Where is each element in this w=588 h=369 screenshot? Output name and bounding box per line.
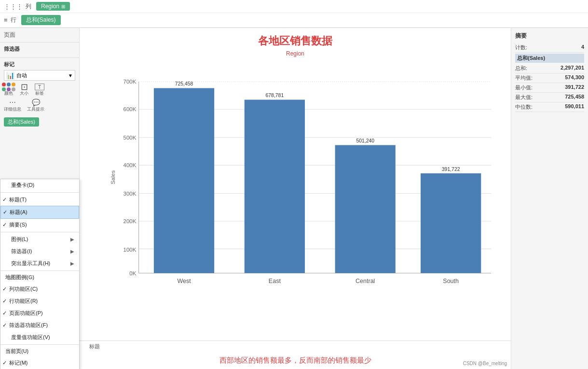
size-icon: ⊡ bbox=[19, 84, 29, 90]
bar-central[interactable] bbox=[335, 145, 396, 273]
detail-icon: ⋯ bbox=[9, 99, 16, 106]
ctx-highlight[interactable]: 突出显示工具(H) ▶ bbox=[0, 257, 79, 270]
min-key: 最小值: bbox=[515, 84, 533, 91]
ctx-current-page-title: 当前页(U) bbox=[0, 346, 79, 357]
chart-svg-container: 700K 600K 500K 400K 300K 200K 100K 0K Sa… bbox=[80, 59, 511, 341]
svg-text:725,458: 725,458 bbox=[175, 81, 193, 86]
color-label: 颜色 bbox=[4, 90, 13, 97]
chart-caption: 西部地区的销售额最多，反而南部的销售额最少 bbox=[80, 352, 511, 369]
ctx-sep4 bbox=[0, 344, 79, 345]
ctx-page-func[interactable]: ✓ 页面功能区(P) bbox=[0, 307, 79, 319]
sum-val: 2,297,201 bbox=[561, 65, 584, 72]
col-label: 列 bbox=[26, 2, 31, 11]
x-label-east: East bbox=[269, 278, 281, 284]
color-icon-item[interactable]: 颜色 bbox=[4, 84, 14, 97]
label-icon-item[interactable]: T 标签 bbox=[35, 84, 44, 97]
col-pill[interactable]: Region ⊞ bbox=[36, 2, 70, 11]
summary-sum-row: 总和: 2,297,201 bbox=[515, 64, 584, 73]
sum-sales-pill[interactable]: 总和(Sales) bbox=[4, 117, 39, 127]
row-label: 行 bbox=[11, 16, 16, 24]
row-pill[interactable]: 总和(Sales) bbox=[21, 15, 61, 25]
ctx-col-func[interactable]: ✓ 列功能区(C) bbox=[0, 283, 79, 295]
max-val: 725,458 bbox=[565, 94, 584, 101]
row-icon: ≡ bbox=[4, 16, 8, 24]
summary-min-row: 最小值: 391,722 bbox=[515, 83, 584, 93]
summary-count-row: 计数: 4 bbox=[515, 43, 584, 53]
svg-text:300K: 300K bbox=[123, 191, 137, 197]
check-filter: ✓ bbox=[2, 322, 9, 328]
check-icon-a: ✓ bbox=[3, 209, 10, 215]
svg-text:0K: 0K bbox=[129, 270, 136, 276]
ctx-title-t[interactable]: ✓ 标题(T) bbox=[0, 194, 79, 206]
ctx-title-a[interactable]: ✓ 标题(A) bbox=[0, 206, 79, 219]
bar-south[interactable] bbox=[421, 173, 481, 273]
ctx-row-func[interactable]: ✓ 行功能区(R) bbox=[0, 295, 79, 307]
check-page: ✓ bbox=[2, 310, 9, 316]
ctx-overlay-title[interactable]: 重叠卡(D) bbox=[0, 179, 79, 191]
tooltip-label: 工具提示 bbox=[27, 106, 44, 113]
median-val: 590,011 bbox=[565, 103, 584, 111]
min-val: 391,722 bbox=[565, 84, 584, 91]
summary-sales-header: 总和(Sales) bbox=[515, 54, 584, 63]
label-icon: T bbox=[35, 84, 44, 90]
bar-west[interactable] bbox=[154, 88, 214, 273]
svg-text:501,240: 501,240 bbox=[356, 138, 374, 143]
summary-median-row: 中位数: 590,011 bbox=[515, 102, 584, 112]
median-key: 中位数: bbox=[515, 103, 533, 111]
footer-label: 标题 bbox=[89, 343, 100, 350]
x-label-west: West bbox=[177, 278, 191, 284]
marks-icons-row1: 颜色 ⊡ 大小 T 标签 bbox=[4, 84, 75, 97]
ctx-label-t: 标题(T) bbox=[9, 196, 74, 203]
chart-svg: 700K 600K 500K 400K 300K 200K 100K 0K Sa… bbox=[109, 59, 501, 326]
x-label-south: South bbox=[443, 278, 459, 284]
watermark: CSDN @Be_melting bbox=[463, 361, 507, 366]
dropdown-arrow-icon: ▼ bbox=[68, 73, 73, 78]
summary-title: 摘要 bbox=[515, 32, 584, 40]
size-icon-item[interactable]: ⊡ 大小 bbox=[19, 84, 29, 97]
svg-text:678,781: 678,781 bbox=[266, 93, 284, 98]
ctx-summary-s[interactable]: ✓ 摘要(S) bbox=[0, 219, 79, 231]
ctx-marks[interactable]: ✓ 标记(M) bbox=[0, 357, 79, 369]
avg-val: 574,300 bbox=[565, 74, 584, 82]
summary-max-row: 最大值: 725,458 bbox=[515, 93, 584, 102]
summary-count-key: 计数: bbox=[515, 44, 527, 51]
marks-dropdown[interactable]: 📊 自动 ▼ bbox=[4, 70, 75, 81]
left-panel: 页面 筛选器 标记 📊 自动 ▼ bbox=[0, 28, 80, 369]
col-row: ⋮⋮⋮ 列 Region ⊞ bbox=[0, 0, 588, 13]
detail-icon-item[interactable]: ⋯ 详细信息 bbox=[4, 99, 21, 113]
marks-label: 标记 bbox=[4, 61, 75, 68]
marks-auto-label: 自动 bbox=[16, 72, 68, 79]
bar-east[interactable] bbox=[245, 99, 305, 273]
ctx-legend[interactable]: 图例(L) ▶ bbox=[0, 233, 79, 245]
chart-area: 各地区销售数据 Region 700K 600K 500K 400K bbox=[80, 28, 511, 369]
ctx-filter-func[interactable]: ✓ 筛选器功能区(F) bbox=[0, 319, 79, 331]
tooltip-icon-item[interactable]: 💬 工具提示 bbox=[27, 99, 44, 113]
check-icon-s: ✓ bbox=[2, 222, 9, 228]
filter-section: 筛选器 bbox=[0, 43, 79, 58]
size-label: 大小 bbox=[20, 90, 28, 97]
check-icon-t: ✓ bbox=[2, 197, 9, 203]
chart-type-icon: 📊 bbox=[6, 71, 14, 79]
summary-count-val: 4 bbox=[581, 44, 584, 51]
ctx-arrow-filters: ▶ bbox=[70, 249, 74, 254]
avg-key: 平均值: bbox=[515, 74, 533, 82]
label-text: 标签 bbox=[35, 90, 44, 97]
main-area: 页面 筛选器 标记 📊 自动 ▼ bbox=[0, 28, 588, 369]
ctx-arrow-highlight: ▶ bbox=[70, 261, 74, 266]
context-menu: 重叠卡(D) ✓ 标题(T) ✓ 标题(A) ✓ 摘要(S) 图例(L) ▶ bbox=[0, 179, 80, 369]
page-section: 页面 bbox=[0, 28, 79, 43]
marks-section: 标记 📊 自动 ▼ bbox=[0, 58, 79, 129]
chart-axis-label: Region bbox=[80, 50, 511, 57]
svg-text:500K: 500K bbox=[123, 135, 137, 141]
ctx-measure-func[interactable]: 度量值功能区(V) bbox=[0, 331, 79, 343]
chart-title: 各地区销售数据 bbox=[80, 28, 511, 50]
top-bar: ⋮⋮⋮ 列 Region ⊞ ≡ 行 总和(Sales) bbox=[0, 0, 588, 28]
color-icon bbox=[4, 84, 14, 90]
ctx-filters[interactable]: 筛选器(I) ▶ bbox=[0, 245, 79, 257]
check-col: ✓ bbox=[2, 286, 9, 292]
row-row: ≡ 行 总和(Sales) bbox=[0, 13, 588, 28]
x-label-central: Central bbox=[356, 278, 375, 284]
summary-avg-row: 平均值: 574,300 bbox=[515, 73, 584, 83]
max-key: 最大值: bbox=[515, 94, 533, 101]
ctx-arrow-legend: ▶ bbox=[70, 237, 74, 242]
